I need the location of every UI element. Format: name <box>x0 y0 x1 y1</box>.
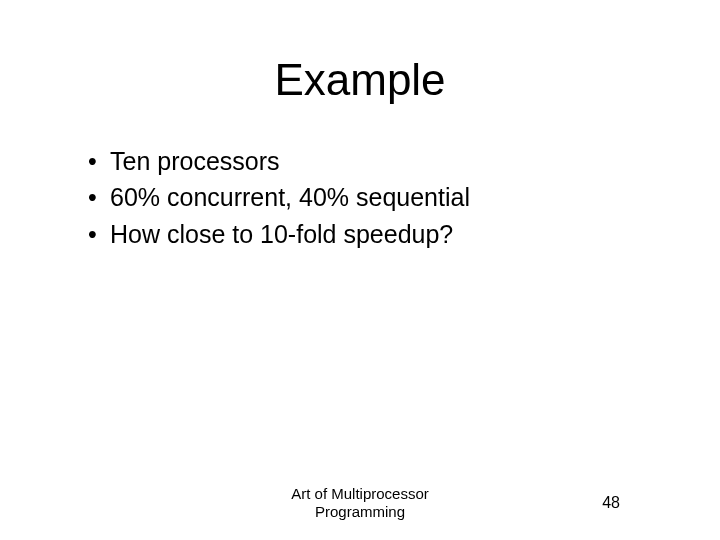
slide-title: Example <box>60 55 660 105</box>
page-number: 48 <box>602 494 620 512</box>
bullet-list: Ten processors 60% concurrent, 40% seque… <box>60 143 660 252</box>
list-item: 60% concurrent, 40% sequential <box>88 179 660 215</box>
footer-line1: Art of Multiprocessor <box>291 485 429 502</box>
footer-line2: Programming <box>315 503 405 520</box>
list-item: How close to 10-fold speedup? <box>88 216 660 252</box>
slide: Example Ten processors 60% concurrent, 4… <box>0 0 720 540</box>
list-item: Ten processors <box>88 143 660 179</box>
